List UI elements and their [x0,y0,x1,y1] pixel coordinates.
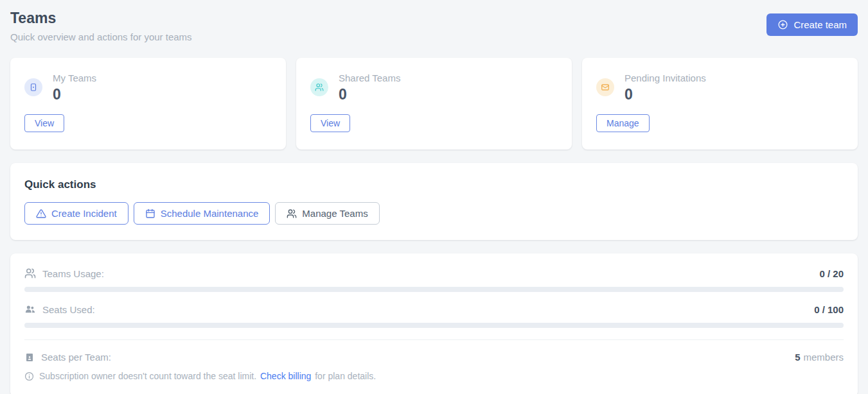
seats-per-team-suffix: members [803,352,844,363]
create-incident-button[interactable]: Create Incident [24,202,128,225]
stat-label: Pending Invitations [624,72,706,84]
page-subtitle: Quick overview and actions for your team… [10,31,192,44]
quick-actions-title: Quick actions [24,178,844,191]
pending-invitations-card: Pending Invitations 0 Manage [582,58,858,150]
usage-label-group: Seats Used: [24,304,95,315]
teams-usage-value: 0 / 20 [819,268,844,279]
create-incident-label: Create Incident [51,208,117,219]
shared-teams-card: Shared Teams 0 View [296,58,572,150]
seats-per-team-label: Seats per Team: [41,352,111,363]
usage-label-group: Teams Usage: [24,268,104,279]
my-teams-card: My Teams 0 View [10,58,286,150]
users-outline-icon [24,268,36,279]
stat-value: 0 [53,86,96,103]
warning-triangle-icon [36,209,46,219]
badge-icon [24,352,35,363]
manage-teams-label: Manage Teams [302,208,368,219]
note-text-before: Subscription owner doesn't count toward … [39,371,256,381]
seats-per-team-number: 5 [795,352,800,363]
check-billing-link[interactable]: Check billing [260,371,311,381]
stat-label: My Teams [53,72,96,84]
mail-icon [596,78,614,96]
stat-cards-row: My Teams 0 View Shared Teams 0 View [10,58,858,150]
manage-invitations-button[interactable]: Manage [596,114,650,132]
usage-panel: Teams Usage: 0 / 20 Seats Used: 0 / 100 [10,253,858,394]
stat-top: My Teams 0 [24,72,272,103]
plus-circle-icon [777,19,788,30]
seats-used-label: Seats Used: [42,304,95,315]
seat-limit-note: Subscription owner doesn't count toward … [24,371,844,381]
note-text-after: for plan details. [315,371,376,381]
page-title: Teams [10,9,192,27]
stat-text: Pending Invitations 0 [624,72,706,103]
quick-actions-panel: Quick actions Create Incident Schedule M… [10,163,858,240]
stat-top: Pending Invitations 0 [596,72,844,103]
seats-used-value: 0 / 100 [814,304,844,315]
view-my-teams-button[interactable]: View [24,114,64,132]
usage-label-group: Seats per Team: [24,352,111,363]
users-filled-icon [24,304,36,315]
stat-label: Shared Teams [339,72,400,84]
seats-per-team-row: Seats per Team: 5members [24,352,844,363]
seats-used-progressbar [24,323,844,328]
stat-value: 0 [339,86,400,103]
teams-usage-row: Teams Usage: 0 / 20 [24,268,844,279]
teams-page: Teams Quick overview and actions for you… [0,0,868,394]
create-team-label: Create team [793,19,847,30]
stat-text: Shared Teams 0 [339,72,400,103]
page-header: Teams Quick overview and actions for you… [10,9,858,44]
schedule-maintenance-label: Schedule Maintenance [161,208,259,219]
calendar-icon [145,209,155,219]
badge-icon [24,78,42,96]
teams-usage-label: Teams Usage: [42,268,104,279]
seats-used-row: Seats Used: 0 / 100 [24,304,844,315]
page-heading-group: Teams Quick overview and actions for you… [10,9,192,44]
create-team-button[interactable]: Create team [766,13,858,36]
info-circle-icon [24,372,34,381]
note-text: Subscription owner doesn't count toward … [39,371,376,381]
stat-value: 0 [624,86,706,103]
schedule-maintenance-button[interactable]: Schedule Maintenance [134,202,270,225]
seats-per-team-value: 5members [795,352,844,363]
stat-text: My Teams 0 [53,72,96,103]
quick-actions-buttons: Create Incident Schedule Maintenance Man… [24,202,844,225]
users-icon [310,78,328,96]
users-icon [287,209,297,219]
view-shared-teams-button[interactable]: View [310,114,350,132]
stat-top: Shared Teams 0 [310,72,558,103]
divider [24,339,844,340]
manage-teams-button[interactable]: Manage Teams [275,202,379,225]
teams-usage-progressbar [24,287,844,292]
